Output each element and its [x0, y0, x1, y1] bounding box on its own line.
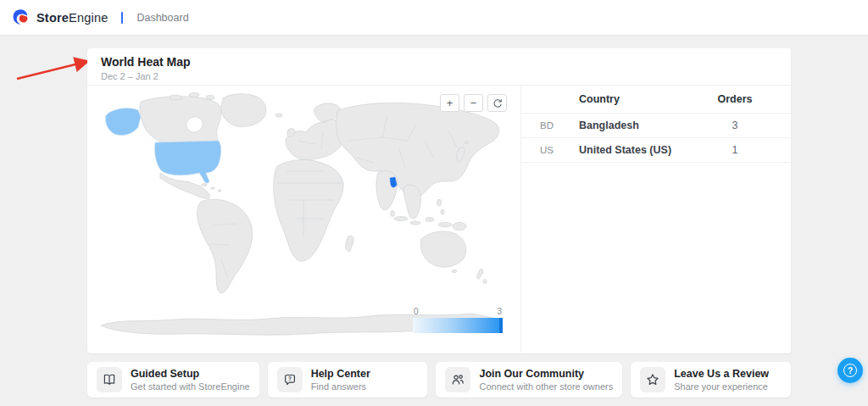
brand-light: Engine [69, 11, 108, 25]
country-name: United States (US) [579, 144, 703, 156]
orders-count: 1 [703, 144, 791, 156]
brand-bold: Store [36, 11, 69, 25]
review-card[interactable]: Leave Us a Review Share your experience [631, 362, 791, 398]
annotation-arrow [14, 53, 97, 85]
page-title: World Heat Map [101, 55, 777, 69]
card-title: Guided Setup [131, 367, 250, 381]
zoom-out-button[interactable]: − [464, 94, 483, 112]
map-controls: + − [440, 94, 507, 112]
orders-table-header: Country Orders [521, 86, 791, 114]
card-subtitle: Share your experience [674, 381, 769, 392]
heatmap-card-header: World Heat Map Dec 2 – Jan 2 [87, 48, 791, 86]
date-range: Dec 2 – Jan 2 [101, 71, 777, 81]
card-title: Join Our Community [479, 367, 613, 381]
card-subtitle: Connect with other store owners [479, 381, 613, 392]
column-country: Country [579, 93, 703, 105]
table-row-bangladesh[interactable]: BD Bangladesh 3 [521, 114, 791, 138]
heat-legend: 0 3 [413, 307, 503, 333]
legend-max-label: 3 [497, 307, 502, 316]
reset-zoom-button[interactable] [487, 94, 507, 112]
svg-text:?: ? [288, 375, 292, 381]
zoom-in-button[interactable]: + [440, 94, 459, 112]
guided-setup-card[interactable]: Guided Setup Get started with StoreEngin… [87, 362, 259, 398]
top-bar: StoreEngine Dashboard [0, 0, 868, 36]
help-center-card[interactable]: ? Help Center Find answers [268, 362, 428, 398]
legend-min-label: 0 [414, 307, 419, 316]
map-country-alaska [105, 108, 141, 136]
quick-links-row: Guided Setup Get started with StoreEngin… [87, 362, 791, 398]
question-mark-icon: ? [843, 364, 857, 377]
breadcrumb-dashboard[interactable]: Dashboard [136, 12, 188, 24]
card-title: Leave Us a Review [674, 367, 769, 381]
world-map-panel: + − 0 3 [87, 86, 521, 353]
orders-table: Country Orders BD Bangladesh 3 US United… [521, 86, 791, 353]
storeengine-logo-icon [12, 8, 30, 26]
column-orders: Orders [703, 93, 791, 105]
brand-name: StoreEngine [36, 11, 108, 25]
country-code: BD [540, 120, 579, 131]
world-heat-map[interactable] [94, 90, 513, 341]
legend-gradient-bar[interactable] [413, 318, 503, 333]
table-row-united-states[interactable]: US United States (US) 1 [521, 138, 791, 163]
refresh-icon [492, 98, 503, 108]
chat-question-icon: ? [283, 373, 297, 387]
orders-count: 3 [703, 120, 791, 131]
country-code: US [540, 145, 579, 155]
card-subtitle: Find answers [311, 381, 370, 392]
heatmap-card: World Heat Map Dec 2 – Jan 2 [87, 48, 791, 353]
community-card[interactable]: Join Our Community Connect with other st… [436, 362, 622, 398]
card-title: Help Center [311, 367, 370, 381]
card-subtitle: Get started with StoreEngine [131, 381, 250, 392]
people-icon [451, 373, 465, 387]
star-icon [646, 373, 659, 387]
help-fab-button[interactable]: ? [837, 358, 863, 383]
country-name: Bangladesh [579, 120, 703, 131]
book-icon [103, 373, 116, 387]
brand-divider [121, 12, 123, 24]
